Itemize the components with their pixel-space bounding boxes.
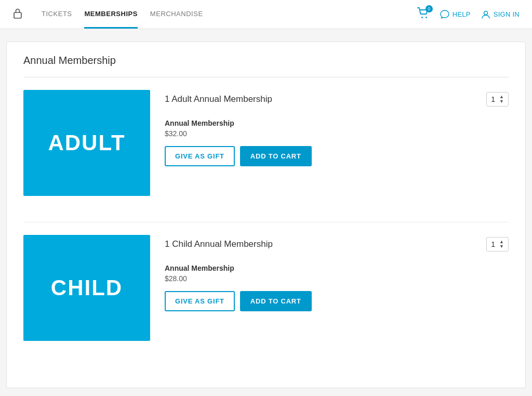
child-add-cart-button[interactable]: ADD TO CART bbox=[240, 291, 312, 311]
svg-point-1 bbox=[421, 17, 423, 18]
svg-point-3 bbox=[484, 11, 487, 15]
section-title: Annual Membership bbox=[23, 55, 509, 67]
adult-membership-price: $32.00 bbox=[165, 129, 509, 138]
adult-btn-row: GIVE AS GIFT ADD TO CART bbox=[165, 146, 509, 166]
child-quantity-select[interactable]: 1 ▲▼ bbox=[486, 237, 509, 252]
signin-label: SIGN IN bbox=[494, 10, 520, 18]
adult-qty-arrows: ▲▼ bbox=[499, 95, 504, 104]
help-button[interactable]: HELP bbox=[440, 10, 471, 19]
nav-merchandise[interactable]: MERCHANDISE bbox=[150, 1, 203, 29]
child-qty-arrows: ▲▼ bbox=[499, 240, 504, 249]
adult-add-cart-button[interactable]: ADD TO CART bbox=[240, 146, 312, 166]
chat-icon bbox=[440, 10, 449, 19]
main-header: TICKETS MEMBERSHIPS MERCHANDISE 0 HELP bbox=[0, 0, 532, 29]
header-left: TICKETS MEMBERSHIPS MERCHANDISE bbox=[12, 1, 203, 29]
adult-qty-value: 1 bbox=[491, 95, 495, 103]
membership-item-child: CHILD 1 Child Annual Membership 1 ▲▼ Ann… bbox=[23, 222, 509, 357]
membership-item-adult: ADULT 1 Adult Annual Membership 1 ▲▼ Ann… bbox=[23, 90, 509, 212]
child-qty-box[interactable]: 1 ▲▼ bbox=[486, 237, 509, 252]
adult-membership-image: ADULT bbox=[23, 90, 150, 196]
header-right: 0 HELP SIGN IN bbox=[417, 7, 520, 21]
section-divider bbox=[23, 77, 509, 77]
user-icon bbox=[481, 10, 490, 19]
adult-membership-title: 1 Adult Annual Membership bbox=[165, 94, 272, 104]
child-membership-price: $28.00 bbox=[165, 274, 509, 283]
main-content: Annual Membership ADULT 1 Adult Annual M… bbox=[6, 42, 526, 388]
signin-button[interactable]: SIGN IN bbox=[481, 10, 520, 19]
child-qty-value: 1 bbox=[491, 240, 495, 248]
adult-membership-details: 1 Adult Annual Membership 1 ▲▼ Annual Me… bbox=[165, 90, 509, 166]
svg-rect-0 bbox=[14, 12, 21, 18]
child-membership-image: CHILD bbox=[23, 235, 150, 341]
adult-name-row: 1 Adult Annual Membership 1 ▲▼ bbox=[165, 92, 509, 107]
adult-give-gift-button[interactable]: GIVE AS GIFT bbox=[165, 146, 235, 166]
help-label: HELP bbox=[453, 10, 471, 18]
child-give-gift-button[interactable]: GIVE AS GIFT bbox=[165, 291, 235, 311]
adult-image-label: ADULT bbox=[48, 130, 125, 155]
child-image-label: CHILD bbox=[51, 275, 123, 300]
svg-point-2 bbox=[425, 17, 427, 18]
cart-badge: 0 bbox=[425, 5, 433, 12]
child-membership-label: Annual Membership bbox=[165, 264, 509, 272]
adult-qty-box[interactable]: 1 ▲▼ bbox=[486, 92, 509, 107]
main-nav: TICKETS MEMBERSHIPS MERCHANDISE bbox=[42, 1, 203, 29]
child-membership-title: 1 Child Annual Membership bbox=[165, 239, 273, 249]
nav-tickets[interactable]: TICKETS bbox=[42, 1, 72, 29]
child-membership-details: 1 Child Annual Membership 1 ▲▼ Annual Me… bbox=[165, 235, 509, 311]
adult-membership-label: Annual Membership bbox=[165, 119, 509, 127]
cart-button[interactable]: 0 bbox=[417, 7, 430, 21]
child-btn-row: GIVE AS GIFT ADD TO CART bbox=[165, 291, 509, 311]
adult-quantity-select[interactable]: 1 ▲▼ bbox=[486, 92, 509, 107]
lock-icon bbox=[12, 7, 23, 21]
nav-memberships[interactable]: MEMBERSHIPS bbox=[84, 1, 138, 29]
child-name-row: 1 Child Annual Membership 1 ▲▼ bbox=[165, 237, 509, 252]
